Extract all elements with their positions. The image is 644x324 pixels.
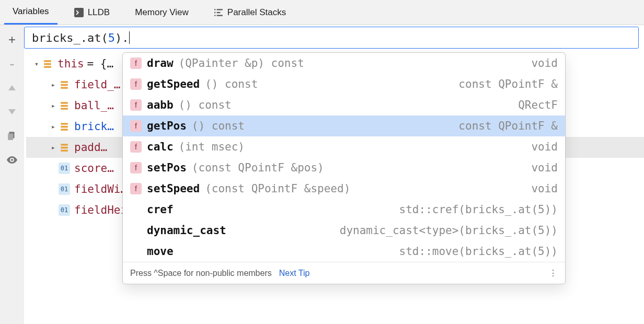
int-icon: 01 bbox=[59, 183, 70, 195]
svg-rect-16 bbox=[61, 102, 68, 103]
autocomplete-item-signature: (const QPointF &speed) bbox=[205, 182, 350, 195]
svg-rect-5 bbox=[216, 11, 220, 13]
struct-icon bbox=[42, 58, 53, 70]
struct-icon bbox=[59, 142, 70, 153]
autocomplete-item-name: move bbox=[147, 245, 174, 258]
autocomplete-item[interactable]: fsetSpeed(const QPointF &speed)void bbox=[123, 178, 565, 199]
watch-expression-input[interactable]: bricks_.at(5). bbox=[24, 27, 639, 49]
int-icon: 01 bbox=[59, 163, 70, 174]
autocomplete-item[interactable]: fgetSpeed() constconst QPointF & bbox=[123, 74, 565, 95]
add-watch-button[interactable]: + bbox=[6, 33, 18, 46]
svg-rect-21 bbox=[61, 129, 68, 131]
autocomplete-item-return-type: QRectF bbox=[518, 99, 558, 111]
chevron-right-icon[interactable] bbox=[48, 143, 59, 152]
svg-rect-8 bbox=[8, 134, 13, 140]
svg-rect-19 bbox=[61, 123, 68, 124]
svg-rect-17 bbox=[61, 105, 68, 107]
autocomplete-item-signature: () const bbox=[179, 99, 232, 111]
tree-label-score: score… bbox=[74, 162, 114, 175]
autocomplete-item-signature: () const bbox=[192, 120, 245, 132]
tab-parallel-stacks-label: Parallel Stacks bbox=[227, 7, 286, 18]
chevron-right-icon[interactable] bbox=[48, 101, 59, 110]
autocomplete-item-name: aabb bbox=[147, 99, 174, 111]
autocomplete-item-name: setSpeed bbox=[147, 182, 200, 195]
tab-variables[interactable]: Variables bbox=[4, 0, 58, 25]
tab-lldb[interactable]: LLDB bbox=[66, 0, 119, 25]
autocomplete-hint: Press ^Space for non-public members bbox=[130, 269, 272, 278]
svg-rect-10 bbox=[44, 60, 51, 62]
autocomplete-item-return-type: const QPointF & bbox=[458, 78, 558, 90]
autocomplete-item[interactable]: fcalc(int msec)void bbox=[123, 136, 565, 157]
svg-rect-4 bbox=[216, 9, 222, 10]
autocomplete-item-signature: (int msec) bbox=[179, 141, 245, 153]
expression-arg: 5 bbox=[108, 31, 115, 44]
svg-rect-14 bbox=[61, 84, 68, 86]
autocomplete-item-name: cref bbox=[147, 203, 174, 216]
watch-visibility-button[interactable] bbox=[6, 154, 18, 166]
autocomplete-item-return-type: void bbox=[531, 182, 558, 195]
copy-button[interactable] bbox=[6, 130, 18, 142]
autocomplete-item-name: setPos bbox=[147, 161, 187, 174]
autocomplete-item[interactable]: faabb() constQRectF bbox=[123, 95, 565, 115]
next-tip-link[interactable]: Next Tip bbox=[279, 269, 310, 278]
struct-icon bbox=[59, 100, 70, 111]
autocomplete-item[interactable]: fdraw(QPainter &p) constvoid bbox=[123, 53, 565, 74]
function-icon: f bbox=[130, 99, 142, 111]
autocomplete-item-signature: () const bbox=[205, 78, 258, 90]
autocomplete-popup: fdraw(QPainter &p) constvoidfgetSpeed() … bbox=[122, 52, 566, 284]
eye-icon bbox=[7, 156, 17, 164]
autocomplete-item-name: getSpeed bbox=[147, 78, 200, 90]
autocomplete-item[interactable]: movestd::move(bricks_.at(5)) bbox=[123, 241, 565, 262]
function-icon: f bbox=[130, 183, 142, 194]
autocomplete-item[interactable]: crefstd::cref(bricks_.at(5)) bbox=[123, 199, 565, 220]
struct-icon bbox=[59, 121, 70, 132]
tab-memory-view[interactable]: Memory View bbox=[126, 0, 197, 25]
autocomplete-item-signature: (const QPointF &pos) bbox=[192, 161, 324, 174]
gutter-toolbar: + - bbox=[0, 25, 24, 324]
more-icon[interactable]: ⋮ bbox=[549, 268, 558, 278]
autocomplete-item-name: dynamic_cast bbox=[147, 224, 226, 237]
minus-icon: - bbox=[9, 56, 14, 71]
svg-rect-6 bbox=[216, 15, 222, 16]
svg-rect-18 bbox=[61, 108, 68, 110]
autocomplete-item[interactable]: fgetPos() constconst QPointF & bbox=[123, 115, 565, 136]
tree-label-this: this bbox=[58, 57, 84, 70]
remove-watch-button[interactable]: - bbox=[6, 57, 18, 70]
function-icon: f bbox=[130, 141, 142, 153]
svg-rect-2 bbox=[214, 11, 215, 13]
int-icon: 01 bbox=[59, 204, 70, 216]
autocomplete-item-return-type: void bbox=[531, 57, 558, 70]
tree-label-field: field_… bbox=[74, 78, 121, 91]
collapse-down-button[interactable] bbox=[6, 106, 18, 118]
tab-lldb-label: LLDB bbox=[88, 7, 110, 18]
tab-variables-label: Variables bbox=[13, 6, 49, 17]
autocomplete-footer: Press ^Space for non-public members Next… bbox=[123, 262, 565, 284]
autocomplete-item-return-type: std::move(bricks_.at(5)) bbox=[399, 245, 558, 258]
autocomplete-item-return-type: const QPointF & bbox=[458, 120, 558, 132]
triangle-down-icon bbox=[8, 109, 16, 114]
autocomplete-item[interactable]: fsetPos(const QPointF &pos)void bbox=[123, 157, 565, 178]
tree-value-this: = {… bbox=[87, 57, 114, 70]
icon-spacer bbox=[130, 225, 142, 236]
function-icon: f bbox=[130, 57, 142, 69]
function-icon: f bbox=[130, 120, 142, 132]
svg-rect-24 bbox=[61, 150, 68, 152]
tab-bar: Variables LLDB Memory View Para bbox=[0, 0, 644, 25]
svg-rect-3 bbox=[214, 15, 215, 16]
autocomplete-item[interactable]: dynamic_castdynamic_cast<type>(bricks_.a… bbox=[123, 220, 565, 241]
autocomplete-item-name: calc bbox=[147, 141, 174, 153]
tab-memory-view-label: Memory View bbox=[135, 7, 189, 18]
autocomplete-item-name: getPos bbox=[147, 120, 187, 132]
caret-icon bbox=[129, 31, 130, 44]
tree-label-ball: ball_… bbox=[74, 99, 114, 112]
chevron-right-icon[interactable] bbox=[48, 80, 59, 89]
chevron-down-icon[interactable] bbox=[31, 60, 42, 68]
plus-icon: + bbox=[8, 33, 16, 46]
function-icon: f bbox=[130, 78, 142, 90]
chevron-right-icon[interactable] bbox=[48, 122, 59, 131]
tab-parallel-stacks[interactable]: Parallel Stacks bbox=[205, 0, 294, 25]
autocomplete-item-return-type: dynamic_cast<type>(bricks_.at(5)) bbox=[340, 224, 558, 237]
collapse-up-button[interactable] bbox=[6, 82, 18, 94]
struct-icon bbox=[59, 79, 70, 90]
expression-suffix: ). bbox=[115, 31, 129, 44]
